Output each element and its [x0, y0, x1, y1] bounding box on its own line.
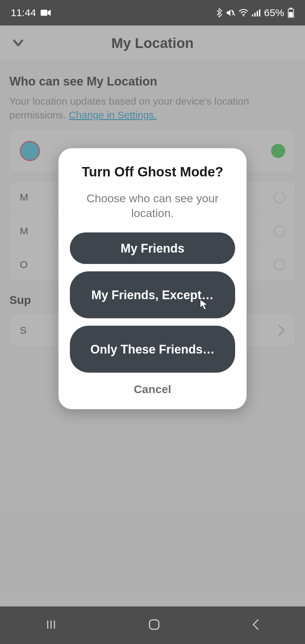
home-button[interactable]: [147, 617, 162, 633]
recents-button[interactable]: [44, 618, 58, 633]
status-bar-right: 65%: [216, 7, 294, 18]
modal-container: Turn Off Ghost Mode? Choose who can see …: [0, 25, 305, 606]
my-friends-except-button[interactable]: My Friends, Except…: [70, 271, 235, 318]
mouse-cursor-icon: [200, 299, 208, 314]
modal-subtitle: Choose who can see your location.: [70, 191, 235, 220]
svg-rect-13: [149, 620, 159, 629]
button-label: My Friends: [121, 241, 184, 256]
modal-buttons: My Friends My Friends, Except… Only Thes…: [70, 232, 235, 373]
only-these-friends-button[interactable]: Only These Friends…: [70, 326, 235, 373]
svg-rect-4: [254, 13, 256, 16]
cancel-button[interactable]: Cancel: [70, 383, 235, 396]
ghost-mode-modal: Turn Off Ghost Mode? Choose who can see …: [58, 148, 247, 409]
svg-rect-9: [289, 12, 293, 17]
button-label: My Friends, Except…: [91, 287, 214, 303]
camera-icon: [41, 9, 51, 16]
svg-rect-0: [41, 10, 47, 16]
my-friends-button[interactable]: My Friends: [70, 232, 235, 264]
svg-rect-5: [257, 11, 258, 16]
battery-icon: [288, 8, 294, 18]
back-button[interactable]: [251, 618, 261, 633]
vibrate-mute-icon: [226, 8, 235, 17]
screen: My Location Who can see My Location Your…: [0, 25, 305, 606]
modal-title: Turn Off Ghost Mode?: [70, 164, 235, 179]
button-label: Only These Friends…: [90, 342, 215, 357]
svg-point-2: [243, 15, 244, 16]
status-time: 11:44: [11, 7, 36, 18]
bluetooth-icon: [216, 8, 222, 17]
status-bar: 11:44 65%: [0, 0, 305, 25]
android-nav-bar: [0, 606, 305, 644]
signal-icon: [252, 9, 261, 16]
status-bar-left: 11:44: [11, 7, 51, 18]
svg-rect-6: [259, 9, 260, 16]
wifi-icon: [238, 9, 249, 17]
svg-rect-3: [252, 14, 253, 16]
battery-percent: 65%: [264, 7, 284, 18]
